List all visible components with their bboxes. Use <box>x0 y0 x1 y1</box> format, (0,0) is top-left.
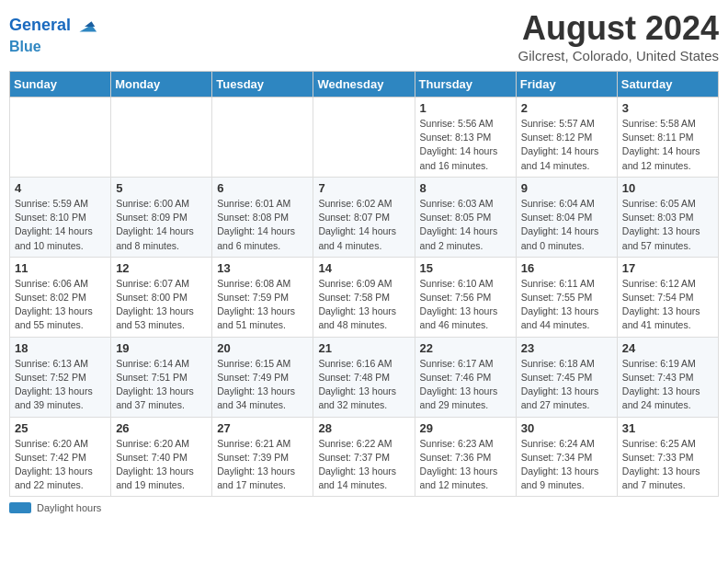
day-number: 25 <box>15 421 106 435</box>
calendar-cell: 4Sunrise: 5:59 AM Sunset: 8:10 PM Daylig… <box>10 177 111 257</box>
daylight-label: Daylight hours <box>37 502 101 513</box>
day-info: Sunrise: 6:02 AM Sunset: 8:07 PM Dayligh… <box>318 197 409 253</box>
column-header-wednesday: Wednesday <box>313 72 415 98</box>
day-info: Sunrise: 6:03 AM Sunset: 8:05 PM Dayligh… <box>420 197 511 253</box>
calendar-cell: 30Sunrise: 6:24 AM Sunset: 7:34 PM Dayli… <box>516 417 617 497</box>
calendar-cell: 1Sunrise: 5:56 AM Sunset: 8:13 PM Daylig… <box>415 98 516 178</box>
header: General Blue August 2024 Gilcrest, Color… <box>9 9 719 63</box>
day-info: Sunrise: 6:25 AM Sunset: 7:33 PM Dayligh… <box>622 437 713 493</box>
calendar-cell: 14Sunrise: 6:09 AM Sunset: 7:58 PM Dayli… <box>313 257 415 337</box>
day-info: Sunrise: 5:56 AM Sunset: 8:13 PM Dayligh… <box>420 117 511 173</box>
day-number: 18 <box>15 341 106 355</box>
day-info: Sunrise: 6:17 AM Sunset: 7:46 PM Dayligh… <box>420 357 511 413</box>
day-number: 27 <box>217 421 308 435</box>
day-info: Sunrise: 6:22 AM Sunset: 7:37 PM Dayligh… <box>318 437 409 493</box>
calendar-cell: 5Sunrise: 6:00 AM Sunset: 8:09 PM Daylig… <box>111 177 212 257</box>
calendar-cell: 22Sunrise: 6:17 AM Sunset: 7:46 PM Dayli… <box>415 337 516 417</box>
calendar-cell: 11Sunrise: 6:06 AM Sunset: 8:02 PM Dayli… <box>10 257 111 337</box>
day-info: Sunrise: 6:13 AM Sunset: 7:52 PM Dayligh… <box>15 357 106 413</box>
day-info: Sunrise: 6:00 AM Sunset: 8:09 PM Dayligh… <box>116 197 207 253</box>
logo-general: General <box>9 16 71 34</box>
column-header-thursday: Thursday <box>415 72 516 98</box>
calendar-cell: 2Sunrise: 5:57 AM Sunset: 8:12 PM Daylig… <box>516 98 617 178</box>
day-info: Sunrise: 6:20 AM Sunset: 7:40 PM Dayligh… <box>116 437 207 493</box>
day-number: 23 <box>521 341 612 355</box>
day-info: Sunrise: 6:12 AM Sunset: 7:54 PM Dayligh… <box>622 277 713 333</box>
week-row-5: 25Sunrise: 6:20 AM Sunset: 7:42 PM Dayli… <box>10 417 719 497</box>
day-number: 19 <box>116 341 207 355</box>
calendar-cell <box>313 98 415 178</box>
day-number: 10 <box>622 181 713 195</box>
day-info: Sunrise: 6:09 AM Sunset: 7:58 PM Dayligh… <box>318 277 409 333</box>
calendar-cell: 12Sunrise: 6:07 AM Sunset: 8:00 PM Dayli… <box>111 257 212 337</box>
calendar-cell: 25Sunrise: 6:20 AM Sunset: 7:42 PM Dayli… <box>10 417 111 497</box>
calendar-cell: 16Sunrise: 6:11 AM Sunset: 7:55 PM Dayli… <box>516 257 617 337</box>
logo-text: General <box>9 17 71 35</box>
day-info: Sunrise: 6:04 AM Sunset: 8:04 PM Dayligh… <box>521 197 612 253</box>
calendar-cell <box>212 98 313 178</box>
day-info: Sunrise: 6:18 AM Sunset: 7:45 PM Dayligh… <box>521 357 612 413</box>
column-header-tuesday: Tuesday <box>212 72 313 98</box>
day-number: 3 <box>622 101 713 115</box>
calendar-cell: 10Sunrise: 6:05 AM Sunset: 8:03 PM Dayli… <box>617 177 718 257</box>
month-year-title: August 2024 <box>518 9 719 48</box>
calendar-cell: 3Sunrise: 5:58 AM Sunset: 8:11 PM Daylig… <box>617 98 718 178</box>
calendar-cell: 19Sunrise: 6:14 AM Sunset: 7:51 PM Dayli… <box>111 337 212 417</box>
day-number: 2 <box>521 101 612 115</box>
day-info: Sunrise: 6:08 AM Sunset: 7:59 PM Dayligh… <box>217 277 308 333</box>
logo: General Blue <box>9 13 98 55</box>
day-number: 14 <box>318 261 409 275</box>
day-info: Sunrise: 6:19 AM Sunset: 7:43 PM Dayligh… <box>622 357 713 413</box>
day-number: 11 <box>15 261 106 275</box>
calendar-cell: 29Sunrise: 6:23 AM Sunset: 7:36 PM Dayli… <box>415 417 516 497</box>
calendar-cell: 31Sunrise: 6:25 AM Sunset: 7:33 PM Dayli… <box>617 417 718 497</box>
svg-marker-1 <box>85 21 95 27</box>
day-info: Sunrise: 6:14 AM Sunset: 7:51 PM Dayligh… <box>116 357 207 413</box>
calendar-cell: 7Sunrise: 6:02 AM Sunset: 8:07 PM Daylig… <box>313 177 415 257</box>
calendar-cell: 27Sunrise: 6:21 AM Sunset: 7:39 PM Dayli… <box>212 417 313 497</box>
day-number: 9 <box>521 181 612 195</box>
day-number: 12 <box>116 261 207 275</box>
day-info: Sunrise: 6:16 AM Sunset: 7:48 PM Dayligh… <box>318 357 409 413</box>
day-number: 4 <box>15 181 106 195</box>
day-number: 8 <box>420 181 511 195</box>
day-number: 29 <box>420 421 511 435</box>
day-info: Sunrise: 6:24 AM Sunset: 7:34 PM Dayligh… <box>521 437 612 493</box>
week-row-2: 4Sunrise: 5:59 AM Sunset: 8:10 PM Daylig… <box>10 177 719 257</box>
day-number: 15 <box>420 261 511 275</box>
calendar-cell: 20Sunrise: 6:15 AM Sunset: 7:49 PM Dayli… <box>212 337 313 417</box>
day-info: Sunrise: 6:23 AM Sunset: 7:36 PM Dayligh… <box>420 437 511 493</box>
calendar-table: SundayMondayTuesdayWednesdayThursdayFrid… <box>9 71 719 497</box>
column-header-friday: Friday <box>516 72 617 98</box>
location-subtitle: Gilcrest, Colorado, United States <box>518 48 719 63</box>
day-info: Sunrise: 6:21 AM Sunset: 7:39 PM Dayligh… <box>217 437 308 493</box>
calendar-cell <box>111 98 212 178</box>
calendar-cell: 6Sunrise: 6:01 AM Sunset: 8:08 PM Daylig… <box>212 177 313 257</box>
day-info: Sunrise: 6:07 AM Sunset: 8:00 PM Dayligh… <box>116 277 207 333</box>
calendar-cell: 17Sunrise: 6:12 AM Sunset: 7:54 PM Dayli… <box>617 257 718 337</box>
day-number: 21 <box>318 341 409 355</box>
day-info: Sunrise: 6:05 AM Sunset: 8:03 PM Dayligh… <box>622 197 713 253</box>
day-info: Sunrise: 6:20 AM Sunset: 7:42 PM Dayligh… <box>15 437 106 493</box>
logo-icon <box>73 13 98 39</box>
day-info: Sunrise: 6:06 AM Sunset: 8:02 PM Dayligh… <box>15 277 106 333</box>
footer-note: Daylight hours <box>9 502 719 513</box>
calendar-cell: 13Sunrise: 6:08 AM Sunset: 7:59 PM Dayli… <box>212 257 313 337</box>
calendar-cell: 24Sunrise: 6:19 AM Sunset: 7:43 PM Dayli… <box>617 337 718 417</box>
day-info: Sunrise: 6:01 AM Sunset: 8:08 PM Dayligh… <box>217 197 308 253</box>
day-info: Sunrise: 5:58 AM Sunset: 8:11 PM Dayligh… <box>622 117 713 173</box>
day-number: 16 <box>521 261 612 275</box>
day-info: Sunrise: 5:59 AM Sunset: 8:10 PM Dayligh… <box>15 197 106 253</box>
title-area: August 2024 Gilcrest, Colorado, United S… <box>518 9 719 63</box>
calendar-cell: 18Sunrise: 6:13 AM Sunset: 7:52 PM Dayli… <box>10 337 111 417</box>
day-number: 28 <box>318 421 409 435</box>
calendar-header-row: SundayMondayTuesdayWednesdayThursdayFrid… <box>10 72 719 98</box>
column-header-saturday: Saturday <box>617 72 718 98</box>
day-number: 6 <box>217 181 308 195</box>
day-number: 24 <box>622 341 713 355</box>
week-row-4: 18Sunrise: 6:13 AM Sunset: 7:52 PM Dayli… <box>10 337 719 417</box>
day-number: 17 <box>622 261 713 275</box>
logo-blue-text: Blue <box>9 39 98 55</box>
calendar-cell: 21Sunrise: 6:16 AM Sunset: 7:48 PM Dayli… <box>313 337 415 417</box>
calendar-cell: 28Sunrise: 6:22 AM Sunset: 7:37 PM Dayli… <box>313 417 415 497</box>
